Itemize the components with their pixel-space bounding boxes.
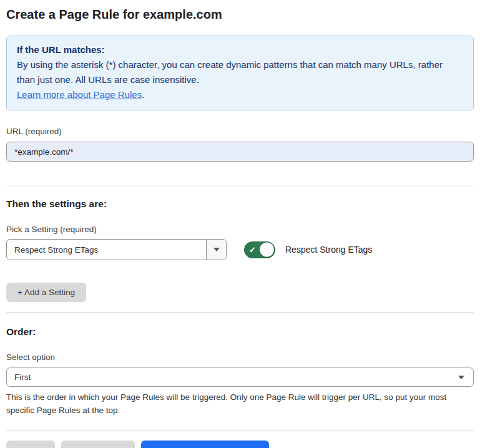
toggle-label: Respect Strong ETags xyxy=(285,245,372,255)
divider xyxy=(6,430,474,431)
add-setting-button[interactable]: + Add a Setting xyxy=(6,283,86,302)
toggle-knob xyxy=(260,243,274,257)
settings-section-heading: Then the settings are: xyxy=(6,198,474,210)
respect-strong-etags-toggle[interactable]: ✓ xyxy=(244,241,275,258)
footer-actions: Cancel Save as Draft Save and Deploy Pag… xyxy=(6,441,474,448)
divider xyxy=(6,312,474,313)
info-box-link-line: Learn more about Page Rules. xyxy=(17,87,463,102)
setting-dropdown-value: Respect Strong ETags xyxy=(7,240,206,260)
url-input[interactable] xyxy=(6,142,474,162)
save-and-deploy-button[interactable]: Save and Deploy Page Rule xyxy=(141,441,270,448)
check-icon: ✓ xyxy=(249,246,256,254)
url-match-info-box: If the URL matches: By using the asteris… xyxy=(6,36,474,110)
order-section-heading: Order: xyxy=(6,326,474,338)
info-box-body: By using the asterisk (*) character, you… xyxy=(17,57,463,87)
chevron-down-icon xyxy=(213,248,220,251)
chevron-down-icon xyxy=(458,376,464,379)
page-rule-form: Create a Page Rule for example.com If th… xyxy=(0,0,480,448)
setting-dropdown[interactable]: Respect Strong ETags xyxy=(6,239,227,260)
setting-dropdown-arrow[interactable] xyxy=(206,240,226,260)
setting-row: Respect Strong ETags ✓ Respect Strong ET… xyxy=(6,239,474,260)
link-suffix: . xyxy=(142,89,144,100)
setting-toggle-group: ✓ Respect Strong ETags xyxy=(244,241,372,258)
divider xyxy=(6,187,474,187)
info-box-heading: If the URL matches: xyxy=(17,42,463,57)
order-select-label: Select option xyxy=(6,353,474,362)
learn-more-link[interactable]: Learn more about Page Rules xyxy=(17,89,142,100)
url-field-label: URL (required) xyxy=(6,127,474,136)
order-select[interactable]: First xyxy=(6,368,474,387)
pick-setting-label: Pick a Setting (required) xyxy=(6,225,474,234)
page-title: Create a Page Rule for example.com xyxy=(6,0,474,22)
order-help-text: This is the order in which your Page Rul… xyxy=(6,391,471,417)
save-as-draft-button[interactable]: Save as Draft xyxy=(61,441,135,448)
order-select-value: First xyxy=(14,373,31,382)
cancel-button[interactable]: Cancel xyxy=(6,441,55,448)
